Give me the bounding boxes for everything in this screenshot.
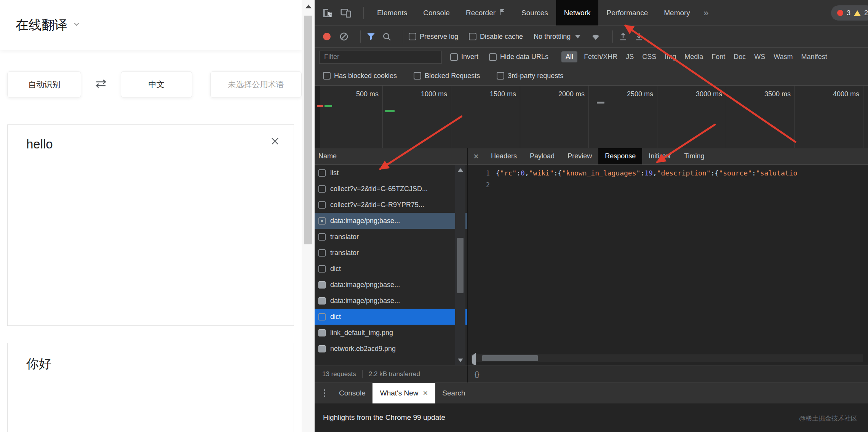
tick-label: 500 ms bbox=[356, 90, 379, 98]
search-icon[interactable] bbox=[382, 32, 392, 41]
hide-data-urls-checkbox[interactable]: Hide data URLs bbox=[489, 53, 548, 61]
disable-cache-checkbox[interactable]: Disable cache bbox=[469, 33, 523, 41]
scrollbar-thumb[interactable] bbox=[482, 355, 538, 361]
device-toolbar-icon[interactable] bbox=[340, 7, 352, 19]
throttling-dropdown[interactable]: No throttling bbox=[534, 33, 580, 41]
devtools-panel: Elements Console Recorder Sources Networ… bbox=[315, 0, 868, 432]
checkbox-icon bbox=[323, 72, 331, 80]
filter-chip-media[interactable]: Media bbox=[680, 51, 707, 62]
blocked-requests-checkbox[interactable]: Blocked Requests bbox=[414, 72, 480, 80]
request-row[interactable]: network.eb2acd9.png bbox=[315, 341, 467, 357]
request-row[interactable]: translator bbox=[315, 245, 467, 261]
error-count: 3 bbox=[847, 9, 850, 17]
scrollbar-thumb[interactable] bbox=[457, 238, 464, 293]
scrollbar-up-button[interactable] bbox=[455, 165, 465, 175]
tab-elements[interactable]: Elements bbox=[369, 0, 415, 26]
request-row-selected[interactable]: dict bbox=[315, 309, 467, 325]
filter-chip-fetch-xhr[interactable]: Fetch/XHR bbox=[580, 51, 622, 62]
filter-chip-img[interactable]: Img bbox=[660, 51, 680, 62]
tab-sources[interactable]: Sources bbox=[513, 0, 556, 26]
request-row[interactable]: collect?v=2&tid=G-65TZCJSD... bbox=[315, 181, 467, 197]
filter-chip-all[interactable]: All bbox=[561, 51, 577, 62]
document-icon bbox=[318, 185, 326, 193]
scrollbar-up-button[interactable] bbox=[302, 0, 315, 13]
close-icon[interactable]: × bbox=[468, 151, 484, 162]
record-button[interactable] bbox=[323, 33, 331, 40]
filter-chip-doc[interactable]: Doc bbox=[729, 51, 750, 62]
line-number: 1 bbox=[468, 169, 496, 177]
tab-recorder[interactable]: Recorder bbox=[458, 0, 513, 26]
document-icon bbox=[318, 313, 326, 320]
result-text: 你好 bbox=[26, 355, 51, 373]
request-row[interactable]: collect?v=2&tid=G-R9YPR75... bbox=[315, 197, 467, 213]
request-row[interactable]: dict bbox=[315, 261, 467, 277]
page-scrollbar[interactable] bbox=[302, 0, 315, 432]
request-row[interactable]: data:image/png;base... bbox=[315, 293, 467, 309]
clear-network-log-icon[interactable] bbox=[339, 32, 349, 41]
result-text-area: 你好 bbox=[7, 343, 294, 432]
timeline-bar-green bbox=[385, 110, 395, 112]
filter-chip-css[interactable]: CSS bbox=[638, 51, 660, 62]
filter-input[interactable] bbox=[319, 51, 442, 64]
tab-preview[interactable]: Preview bbox=[561, 148, 598, 164]
filter-chip-js[interactable]: JS bbox=[622, 51, 638, 62]
whats-new-headline[interactable]: Highlights from the Chrome 99 update bbox=[323, 413, 445, 422]
source-text[interactable]: hello bbox=[26, 137, 53, 151]
drawer-tab-console[interactable]: Console bbox=[332, 383, 372, 403]
inspect-element-icon[interactable] bbox=[321, 7, 334, 19]
import-har-icon[interactable] bbox=[618, 32, 628, 41]
drawer-tab-whats-new[interactable]: What's New × bbox=[372, 383, 436, 403]
swap-languages-button[interactable] bbox=[81, 78, 120, 91]
target-language-button[interactable]: 中文 bbox=[121, 71, 192, 98]
filter-chip-wasm[interactable]: Wasm bbox=[769, 51, 797, 62]
has-blocked-cookies-checkbox[interactable]: Has blocked cookies bbox=[323, 72, 397, 80]
format-json-button[interactable]: {} bbox=[468, 365, 480, 383]
filter-chip-ws[interactable]: WS bbox=[750, 51, 769, 62]
more-tabs-chevron[interactable]: » bbox=[698, 8, 714, 18]
request-row[interactable]: list bbox=[315, 165, 467, 181]
invert-checkbox[interactable]: Invert bbox=[450, 53, 478, 61]
filter-chip-manifest[interactable]: Manifest bbox=[797, 51, 831, 62]
request-row[interactable]: data:image/png;base... bbox=[315, 277, 467, 293]
source-language-button[interactable]: 自动识别 bbox=[7, 71, 81, 98]
drawer-tab-search[interactable]: Search bbox=[435, 383, 472, 403]
swap-arrows-icon bbox=[94, 78, 108, 91]
tab-timing[interactable]: Timing bbox=[678, 148, 711, 164]
requests-summary: 13 requests 2.2 kB transferred bbox=[315, 365, 468, 383]
glossary-button[interactable]: 未选择公用术语 bbox=[210, 71, 302, 98]
scrollbar-thumb[interactable] bbox=[304, 16, 312, 244]
close-icon[interactable]: × bbox=[423, 388, 428, 398]
requests-scrollbar[interactable] bbox=[455, 165, 465, 365]
request-row[interactable]: translator bbox=[315, 229, 467, 245]
response-body-viewer[interactable]: 1 {"rc":0,"wiki":{"known_in_laguages":19… bbox=[468, 165, 868, 365]
scrollbar-left-button[interactable] bbox=[472, 355, 476, 363]
clear-input-icon[interactable] bbox=[269, 135, 281, 148]
timeline-bar-gray bbox=[597, 102, 604, 104]
request-row[interactable]: link_default_img.png bbox=[315, 325, 467, 341]
issues-badge[interactable]: 3 2 bbox=[831, 5, 868, 21]
tab-headers[interactable]: Headers bbox=[484, 148, 523, 164]
network-conditions-icon[interactable] bbox=[590, 31, 601, 42]
requests-column-header[interactable]: Name bbox=[315, 148, 467, 165]
export-har-icon[interactable] bbox=[634, 32, 644, 41]
watermark-text: @稀土掘金技术社区 bbox=[799, 414, 857, 423]
tab-payload[interactable]: Payload bbox=[523, 148, 561, 164]
filter-funnel-icon[interactable] bbox=[366, 32, 376, 41]
source-text-area[interactable]: hello bbox=[7, 124, 294, 326]
kebab-menu-icon[interactable] bbox=[317, 389, 332, 397]
third-party-requests-checkbox[interactable]: 3rd-party requests bbox=[497, 72, 563, 80]
tab-initiator[interactable]: Initiator bbox=[642, 148, 678, 164]
scrollbar-down-button[interactable] bbox=[455, 355, 465, 365]
toolbar-divider bbox=[360, 30, 361, 43]
tab-response[interactable]: Response bbox=[598, 148, 642, 164]
chevron-down-icon[interactable] bbox=[73, 22, 80, 29]
tab-memory[interactable]: Memory bbox=[656, 0, 698, 26]
request-row[interactable]: data:image/png;base... bbox=[315, 213, 467, 229]
response-horizontal-scrollbar[interactable] bbox=[471, 354, 863, 362]
network-overview-timeline[interactable]: 500 ms 1000 ms 1500 ms 2000 ms 2500 ms 3… bbox=[315, 86, 868, 148]
tab-console[interactable]: Console bbox=[415, 0, 458, 26]
preserve-log-checkbox[interactable]: Preserve log bbox=[409, 33, 458, 41]
tab-performance[interactable]: Performance bbox=[598, 0, 656, 26]
tab-network[interactable]: Network bbox=[556, 0, 599, 26]
filter-chip-font[interactable]: Font bbox=[707, 51, 729, 62]
